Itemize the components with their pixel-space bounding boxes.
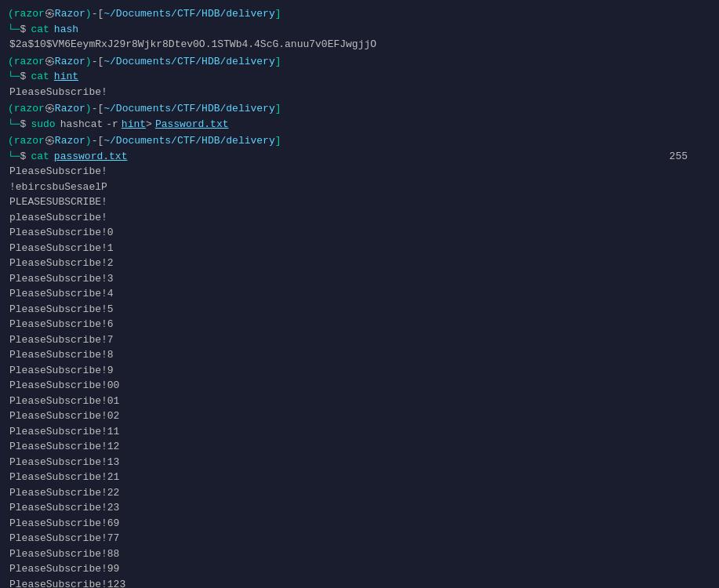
output-pw-27: PleaseSubscribe!123 (8, 577, 711, 589)
prompt-open-paren-1: ( (8, 6, 14, 22)
cmd-cat-2: cat (31, 69, 49, 85)
prompt-line-4: (razor㉿Razor)-[~/Documents/CTF/HDB/deliv… (8, 133, 711, 149)
prompt-path-close-4: ] (275, 133, 281, 149)
prompt-open-paren-4: ( (8, 133, 14, 149)
prompt-hostname-3: Razor (55, 101, 85, 117)
output-pw-12: PleaseSubscribe!8 (8, 347, 711, 363)
output-pw-9: PleaseSubscribe!5 (8, 302, 711, 318)
cmd-arg-hint: hint (54, 69, 78, 85)
output-pw-11: PleaseSubscribe!7 (8, 332, 711, 348)
cmd-cat-1: cat (31, 22, 49, 38)
prompt-arrow-4: └─ (8, 149, 20, 165)
prompt-at-2: ㉿ (45, 54, 55, 70)
output-pw-1: !ebircsbuSesaelP (8, 180, 711, 195)
prompt-user-2: razor (14, 54, 45, 70)
output-pw-23: PleaseSubscribe!69 (8, 516, 711, 532)
command-line-2: └─$ cat hint (8, 69, 711, 85)
prompt-dollar-2: $ (20, 69, 27, 85)
output-pw-6: PleaseSubscribe!2 (8, 256, 711, 271)
prompt-hostname-2: Razor (55, 54, 85, 70)
prompt-dollar-4: $ (20, 149, 27, 165)
prompt-path-3: ~/Documents/CTF/HDB/delivery (103, 101, 274, 117)
cmd-arg-hint-2: hint (122, 117, 146, 132)
cmd-arg-password-file: password.txt (54, 149, 128, 165)
prompt-path-close-2: ] (275, 54, 281, 70)
session-1: (razor㉿Razor)-[~/Documents/CTF/HDB/deliv… (8, 6, 711, 53)
prompt-user-3: razor (14, 101, 45, 117)
output-pw-3: pleaseSubscribe! (8, 210, 711, 226)
output-pw-19: PleaseSubscribe!13 (8, 455, 711, 470)
output-pw-4: PleaseSubscribe!0 (8, 225, 711, 241)
command-line-1: └─$ cat hash (8, 22, 711, 38)
output-pw-7: PleaseSubscribe!3 (8, 271, 711, 287)
output-pw-5: PleaseSubscribe!1 (8, 241, 711, 256)
session-2: (razor㉿Razor)-[~/Documents/CTF/HDB/deliv… (8, 54, 711, 100)
output-hint: PleaseSubscribe! (8, 85, 711, 100)
prompt-path-1: ~/Documents/CTF/HDB/delivery (103, 6, 274, 22)
cmd-cat-4: cat (31, 149, 49, 165)
prompt-line-3: (razor㉿Razor)-[~/Documents/CTF/HDB/deliv… (8, 101, 711, 117)
prompt-close-paren-3: ) (85, 101, 92, 117)
prompt-dollar-1: $ (20, 22, 27, 38)
cmd-sudo-3: sudo (31, 117, 55, 132)
prompt-user-4: razor (14, 133, 45, 149)
output-pw-13: PleaseSubscribe!9 (8, 363, 711, 379)
output-pw-0: PleaseSubscribe! (8, 164, 711, 180)
prompt-hostname-1: Razor (55, 6, 85, 22)
output-pw-18: PleaseSubscribe!12 (8, 439, 711, 455)
prompt-hostname-4: Razor (55, 133, 85, 149)
command-line-4: └─$ cat password.txt 255 (8, 149, 711, 165)
prompt-open-paren-3: ( (8, 101, 14, 117)
prompt-user-1: razor (14, 6, 45, 22)
prompt-path-close-1: ] (275, 6, 281, 22)
output-pw-25: PleaseSubscribe!88 (8, 546, 711, 562)
cmd-hashcat-3: hashcat (60, 117, 103, 132)
prompt-dash-4: -[ (92, 133, 104, 149)
command-line-3: └─$ sudo hashcat -r hint > Password.txt (8, 117, 711, 132)
output-pw-21: PleaseSubscribe!22 (8, 485, 711, 501)
prompt-dash-3: -[ (92, 101, 104, 117)
prompt-at-1: ㉿ (45, 6, 55, 22)
output-pw-17: PleaseSubscribe!11 (8, 424, 711, 440)
prompt-arrow-1: └─ (8, 22, 20, 38)
prompt-dollar-3: $ (20, 117, 27, 132)
output-pw-10: PleaseSubscribe!6 (8, 317, 711, 332)
prompt-at-4: ㉿ (45, 133, 55, 149)
cmd-flag-r: -r (106, 117, 118, 132)
prompt-open-paren-2: ( (8, 54, 14, 70)
output-pw-22: PleaseSubscribe!23 (8, 500, 711, 516)
prompt-arrow-3: └─ (8, 117, 20, 132)
terminal-window: (razor㉿Razor)-[~/Documents/CTF/HDB/deliv… (0, 0, 719, 588)
output-pw-8: PleaseSubscribe!4 (8, 286, 711, 302)
cmd-arg-password-txt: Password.txt (155, 117, 229, 132)
prompt-line-2: (razor㉿Razor)-[~/Documents/CTF/HDB/deliv… (8, 54, 711, 70)
prompt-line-1: (razor㉿Razor)-[~/Documents/CTF/HDB/deliv… (8, 6, 711, 22)
prompt-close-paren-1: ) (85, 6, 92, 22)
prompt-dash-1: -[ (92, 6, 104, 22)
cmd-arg-hash: hash (54, 22, 78, 38)
output-pw-15: PleaseSubscribe!01 (8, 394, 711, 409)
output-pw-26: PleaseSubscribe!99 (8, 561, 711, 577)
output-pw-14: PleaseSubscribe!00 (8, 378, 711, 394)
session-3: (razor㉿Razor)-[~/Documents/CTF/HDB/deliv… (8, 101, 711, 132)
output-pw-20: PleaseSubscribe!21 (8, 470, 711, 485)
prompt-path-4: ~/Documents/CTF/HDB/delivery (103, 133, 274, 149)
prompt-at-3: ㉿ (45, 101, 55, 117)
session-4: (razor㉿Razor)-[~/Documents/CTF/HDB/deliv… (8, 133, 711, 588)
output-hash: $2a$10$VM6EeymRxJ29r8Wjkr8Dtev0O.1STWb4.… (8, 37, 711, 53)
output-pw-2: PLEASESUBSCRIBE! (8, 194, 711, 210)
line-number-255: 255 (670, 149, 688, 165)
output-pw-16: PleaseSubscribe!02 (8, 408, 711, 424)
prompt-dash-2: -[ (92, 54, 104, 70)
prompt-close-paren-2: ) (85, 54, 92, 70)
prompt-path-close-3: ] (275, 101, 281, 117)
prompt-path-2: ~/Documents/CTF/HDB/delivery (103, 54, 274, 70)
prompt-arrow-2: └─ (8, 69, 20, 85)
prompt-close-paren-4: ) (85, 133, 92, 149)
output-pw-24: PleaseSubscribe!77 (8, 531, 711, 546)
terminal-content: (razor㉿Razor)-[~/Documents/CTF/HDB/deliv… (0, 0, 719, 588)
cmd-redirect: > (146, 117, 152, 132)
